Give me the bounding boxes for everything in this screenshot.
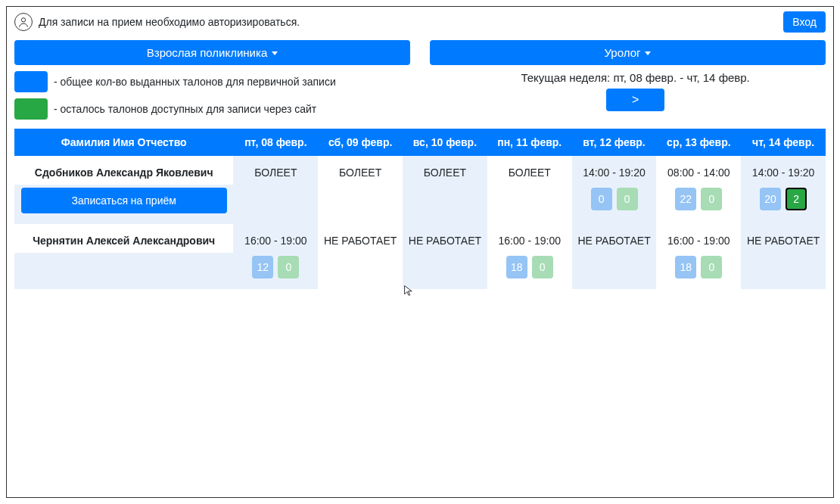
col-day-2: вс, 10 февр. [403, 129, 487, 156]
schedule-cell: НЕ РАБОТАЕТ [403, 224, 487, 253]
counts-cell [318, 185, 403, 224]
specialty-dropdown-label: Уролог [605, 46, 641, 59]
schedule-cell: БОЛЕЕТ [403, 156, 487, 185]
counts-cell [487, 185, 572, 224]
issued-badge: 20 [760, 188, 781, 210]
legend-available: - осталось талонов доступных для записи … [14, 98, 415, 120]
schedule-cell: 14:00 - 19:20 [741, 156, 826, 185]
schedule-cell: 16:00 - 19:00 [487, 224, 572, 253]
available-badge: 0 [278, 256, 299, 278]
col-day-1: сб, 09 февр. [318, 129, 403, 156]
schedule-table: Фамилия Имя Отчество пт, 08 февр. сб, 09… [14, 129, 826, 289]
doctor-action-cell [14, 253, 233, 289]
schedule-cell: БОЛЕЕТ [487, 156, 572, 185]
current-week-label: Текущая неделя: пт, 08 февр. - чт, 14 фе… [445, 71, 826, 84]
counts-cell [403, 185, 487, 224]
user-icon [14, 13, 33, 31]
clinic-dropdown-label: Взрослая поликлиника [147, 46, 267, 59]
col-day-4: вт, 12 февр. [572, 129, 657, 156]
issued-badge: 0 [591, 188, 612, 210]
counts-cell: 220 [656, 185, 741, 224]
schedule-cell: БОЛЕЕТ [233, 156, 318, 185]
issued-badge: 18 [675, 256, 696, 278]
legend-available-label: - осталось талонов доступных для записи … [54, 103, 316, 115]
svg-point-0 [21, 18, 25, 22]
table-header-row: Фамилия Имя Отчество пт, 08 февр. сб, 09… [14, 129, 826, 156]
legend-issued: - общее кол-во выданных талонов для перв… [14, 71, 415, 92]
issued-badge: 18 [506, 256, 527, 278]
available-badge: 0 [701, 188, 722, 210]
col-day-3: пн, 11 февр. [487, 129, 572, 156]
doctor-name: Чернятин Алексей Александрович [14, 224, 233, 253]
counts-cell: 202 [741, 185, 826, 224]
auth-notice: Для записи на прием необходимо авторизир… [39, 16, 300, 28]
col-day-6: чт, 14 февр. [741, 129, 826, 156]
counts-cell [572, 253, 657, 289]
counts-cell [403, 253, 487, 289]
counts-cell [741, 253, 826, 289]
counts-cell [318, 253, 403, 289]
available-badge: 0 [617, 188, 638, 210]
col-day-5: ср, 13 февр. [656, 129, 741, 156]
counts-row: 120180180 [14, 253, 826, 289]
specialty-dropdown[interactable]: Уролог [430, 40, 826, 65]
counts-cell: 180 [487, 253, 572, 289]
available-badge: 0 [532, 256, 553, 278]
schedule-cell: БОЛЕЕТ [318, 156, 403, 185]
schedule-cell: НЕ РАБОТАЕТ [741, 224, 826, 253]
counts-cell: 00 [572, 185, 657, 224]
schedule-cell: 08:00 - 14:00 [656, 156, 741, 185]
col-day-0: пт, 08 февр. [233, 129, 318, 156]
schedule-cell: 16:00 - 19:00 [656, 224, 741, 253]
chevron-down-icon [272, 51, 278, 55]
doctor-row: Чернятин Алексей Александрович16:00 - 19… [14, 224, 826, 253]
topbar: Для записи на прием необходимо авторизир… [7, 7, 833, 37]
login-button[interactable]: Вход [783, 11, 826, 33]
legend-issued-label: - общее кол-во выданных талонов для перв… [54, 76, 336, 88]
available-badge: 0 [701, 256, 722, 278]
issued-badge: 12 [252, 256, 273, 278]
doctor-name: Сдобников Александр Яковлевич [14, 156, 233, 185]
issued-badge: 22 [675, 188, 696, 210]
next-week-button[interactable]: > [606, 89, 664, 111]
doctor-action-cell: Записаться на приём [14, 185, 233, 224]
doctor-row: Сдобников Александр ЯковлевичБОЛЕЕТБОЛЕЕ… [14, 156, 826, 185]
counts-cell: 120 [233, 253, 318, 289]
counts-cell: 180 [656, 253, 741, 289]
clinic-dropdown[interactable]: Взрослая поликлиника [14, 40, 410, 65]
schedule-cell: 14:00 - 19:20 [572, 156, 657, 185]
book-appointment-button[interactable]: Записаться на приём [21, 188, 227, 213]
schedule-cell: 16:00 - 19:00 [233, 224, 318, 253]
counts-row: Записаться на приём00220202 [14, 185, 826, 224]
legend-row: - общее кол-во выданных талонов для перв… [7, 71, 833, 126]
col-name: Фамилия Имя Отчество [14, 129, 233, 156]
counts-cell [233, 185, 318, 224]
swatch-green [14, 98, 48, 120]
schedule-cell: НЕ РАБОТАЕТ [318, 224, 403, 253]
filters-row: Взрослая поликлиника Уролог [7, 37, 833, 71]
chevron-down-icon [645, 51, 651, 55]
schedule-cell: НЕ РАБОТАЕТ [572, 224, 657, 253]
swatch-blue [14, 71, 48, 92]
available-badge[interactable]: 2 [786, 188, 807, 210]
